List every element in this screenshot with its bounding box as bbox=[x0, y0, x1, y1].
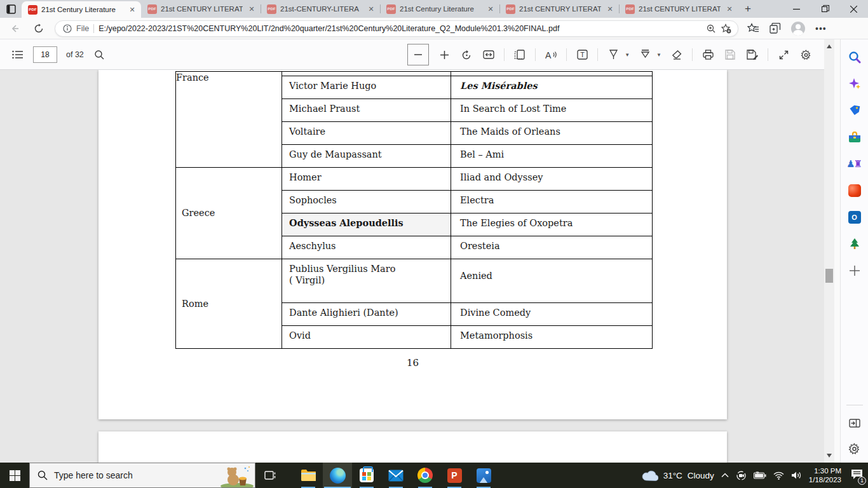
browser-tab[interactable]: PDF21st-CENTURY-LITERA✕ bbox=[261, 0, 380, 18]
back-icon[interactable] bbox=[5, 20, 24, 37]
taskbar-chrome[interactable] bbox=[410, 463, 440, 488]
pdf-favicon-icon: PDF bbox=[506, 4, 515, 14]
rotate-icon[interactable] bbox=[459, 46, 473, 63]
draw-options-chevron-icon[interactable]: ▼ bbox=[625, 52, 630, 58]
table-of-contents-icon[interactable] bbox=[10, 46, 24, 63]
work-cell: Aenied bbox=[451, 259, 653, 303]
sidebar-shopping-tag-icon[interactable] bbox=[847, 103, 862, 118]
favorites-icon[interactable] bbox=[747, 23, 759, 34]
taskbar-search-box[interactable]: Type here to search bbox=[29, 463, 255, 488]
fullscreen-icon[interactable] bbox=[776, 46, 790, 63]
print-icon[interactable] bbox=[701, 46, 715, 63]
scheme-label[interactable]: File bbox=[76, 24, 89, 33]
volume-icon[interactable] bbox=[791, 471, 802, 480]
sidebar-outlook-icon[interactable]: O bbox=[847, 210, 862, 225]
add-favorite-icon[interactable] bbox=[721, 24, 731, 34]
save-as-icon[interactable] bbox=[745, 46, 759, 63]
address-bar[interactable]: File E:/yepo/2022-2023/21ST%20CENTURY%20… bbox=[55, 20, 738, 37]
profile-avatar[interactable] bbox=[791, 22, 805, 36]
taskbar-microsoft-store[interactable] bbox=[352, 463, 381, 488]
tab-close-icon[interactable]: ✕ bbox=[605, 4, 615, 14]
highlight-icon[interactable] bbox=[638, 46, 652, 63]
browser-tab[interactable]: PDF21st CENTURY LITERAT✕ bbox=[499, 0, 619, 18]
minimize-button[interactable] bbox=[782, 0, 811, 18]
taskbar-file-explorer[interactable] bbox=[294, 463, 323, 488]
sidebar-add-icon[interactable] bbox=[847, 263, 862, 278]
tab-actions-icon[interactable] bbox=[0, 0, 22, 18]
close-window-button[interactable] bbox=[839, 0, 868, 18]
highlight-options-chevron-icon[interactable]: ▼ bbox=[656, 52, 661, 58]
work-cell: The Elegies of Oxopetra bbox=[451, 214, 653, 236]
collections-icon[interactable] bbox=[770, 23, 781, 34]
pdf-settings-gear-icon[interactable] bbox=[799, 46, 813, 63]
sidebar-search-icon[interactable] bbox=[847, 50, 862, 65]
browser-tab[interactable]: PDF21st Century Literature✕ bbox=[380, 0, 499, 18]
taskbar-mail[interactable] bbox=[381, 463, 410, 488]
save-icon[interactable] bbox=[723, 46, 737, 63]
sidebar-tree-icon[interactable] bbox=[847, 236, 862, 252]
battery-icon[interactable] bbox=[754, 471, 766, 479]
tab-close-icon[interactable]: ✕ bbox=[485, 4, 496, 14]
read-aloud-icon[interactable]: A bbox=[544, 46, 558, 63]
tab-title: 21st Century Literature bbox=[400, 5, 482, 13]
settings-menu-icon[interactable]: ••• bbox=[815, 24, 827, 34]
action-center-button[interactable]: 1 bbox=[851, 469, 863, 482]
restore-button[interactable] bbox=[811, 0, 839, 18]
tray-expand-chevron-icon[interactable] bbox=[721, 473, 729, 478]
scroll-down-arrow-icon[interactable] bbox=[827, 454, 832, 458]
weather-temp: 31°C bbox=[663, 471, 682, 480]
tab-close-icon[interactable]: ✕ bbox=[247, 4, 257, 14]
scrollbar-thumb[interactable] bbox=[825, 269, 833, 283]
taskbar-photos[interactable] bbox=[469, 463, 498, 488]
tab-close-icon[interactable]: ✕ bbox=[724, 4, 735, 14]
search-highlight-bear-icon[interactable] bbox=[210, 463, 255, 487]
author-cell: Aeschylus bbox=[282, 236, 451, 259]
erase-icon[interactable] bbox=[670, 46, 684, 63]
tab-title: 21st Century Literature bbox=[41, 6, 123, 13]
task-view-button[interactable] bbox=[255, 463, 285, 488]
wifi-icon[interactable] bbox=[773, 471, 784, 480]
table-row: RomePublius Vergilius Maro ( Virgil)Aeni… bbox=[176, 259, 653, 303]
browser-tab[interactable]: PDF21st CENTURY LITERAT✕ bbox=[619, 0, 738, 18]
scroll-up-arrow-icon[interactable] bbox=[827, 44, 832, 48]
zoom-out-icon[interactable] bbox=[407, 44, 429, 65]
tab-close-icon[interactable]: ✕ bbox=[127, 4, 137, 15]
zoom-page-icon[interactable] bbox=[706, 24, 716, 34]
sidebar-games-icon[interactable]: ♟♜ bbox=[847, 156, 862, 172]
new-tab-button[interactable]: + bbox=[738, 0, 757, 18]
browser-tab[interactable]: PDF21st Century Literature✕ bbox=[22, 1, 141, 18]
pdf-favicon-icon: PDF bbox=[386, 4, 396, 14]
start-button[interactable] bbox=[0, 463, 29, 488]
work-cell bbox=[451, 72, 653, 76]
sidebar-settings-gear-icon[interactable] bbox=[847, 441, 862, 456]
fit-to-width-icon[interactable] bbox=[482, 46, 496, 63]
info-icon[interactable] bbox=[63, 24, 72, 33]
clock-widget[interactable]: 1:30 PM 1/18/2023 bbox=[809, 466, 841, 484]
collapse-sidebar-icon[interactable] bbox=[847, 416, 862, 431]
pdf-toolbar-center: A T ▼ ▼ bbox=[407, 39, 813, 70]
meet-now-icon[interactable] bbox=[736, 470, 747, 481]
weather-widget[interactable]: 31°C Cloudy bbox=[642, 470, 714, 481]
draw-icon[interactable] bbox=[606, 46, 620, 63]
divider bbox=[504, 48, 505, 61]
sidebar-discover-copilot-icon[interactable] bbox=[847, 76, 862, 92]
tab-separator bbox=[619, 4, 620, 13]
sidebar-office-icon[interactable] bbox=[847, 183, 862, 198]
refresh-icon[interactable] bbox=[29, 20, 48, 37]
add-text-icon[interactable]: T bbox=[575, 46, 589, 63]
browser-tab[interactable]: PDF21st CENTURY LITERAT✕ bbox=[141, 0, 261, 18]
page-number-input[interactable] bbox=[33, 46, 57, 63]
tab-strip: PDF21st Century Literature✕PDF21st CENTU… bbox=[0, 0, 868, 18]
page-view-icon[interactable] bbox=[513, 46, 527, 63]
tab-close-icon[interactable]: ✕ bbox=[366, 4, 376, 14]
taskbar-edge-active[interactable] bbox=[323, 463, 352, 488]
search-document-icon[interactable] bbox=[93, 46, 107, 63]
pdf-viewer-area[interactable]: FranceVictor Marie HugoLes MisérablesMic… bbox=[0, 70, 824, 463]
vertical-scrollbar[interactable] bbox=[824, 39, 834, 463]
sidebar-toolbox-icon[interactable] bbox=[847, 130, 862, 145]
taskbar-powerpoint[interactable]: P bbox=[440, 463, 469, 488]
divider bbox=[692, 48, 693, 61]
window-controls bbox=[782, 0, 868, 18]
zoom-in-icon[interactable] bbox=[437, 46, 451, 63]
url-text[interactable]: E:/yepo/2022-2023/21ST%20CENTURY%20LIT/2… bbox=[98, 24, 702, 33]
